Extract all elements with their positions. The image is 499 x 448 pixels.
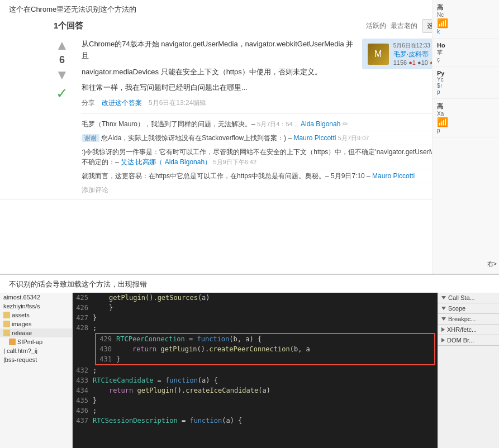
- sidebar-item-2[interactable]: Ho 苹 ç: [433, 39, 499, 66]
- folder-icon-images: [3, 321, 10, 327]
- xhr-section[interactable]: XHR/fetc...: [438, 325, 499, 335]
- gold-badge: ●1: [408, 59, 416, 66]
- call-stack-header[interactable]: Call Sta...: [441, 294, 496, 301]
- file-tree-item-2[interactable]: kezhiyin/fss/s: [0, 302, 72, 311]
- comment-2: 谢谢 您Aida，实际上我很惊讶地没有在Stackoverflow上找到答案：)…: [82, 131, 490, 145]
- line-num-434: 434: [73, 385, 93, 395]
- file-tree-assets[interactable]: assets: [0, 311, 72, 320]
- line-content-435: }: [93, 395, 438, 406]
- line-content-434: return getPlugin().createIceCandidate(a): [93, 385, 438, 395]
- xhr-label: XHR/fetc...: [447, 326, 477, 333]
- line-content-426: }: [93, 303, 438, 313]
- line-content-428: ;: [93, 323, 438, 333]
- comment-user-1[interactable]: Aida Bigonah: [301, 120, 340, 128]
- file-tree-release[interactable]: release: [0, 328, 72, 337]
- code-line-429: 429 RTCPeerConnection = function(b, a) {: [96, 334, 434, 344]
- user-avatar: M: [368, 44, 389, 65]
- line-content-433: RTCIceCandidate = function(a) {: [93, 375, 438, 385]
- sidebar-item-3[interactable]: Py Yc $↑ p: [433, 66, 499, 99]
- answers-count: 1个回答: [54, 21, 83, 31]
- line-content-431: }: [116, 354, 434, 364]
- line-num-425: 425: [73, 293, 93, 303]
- code-editor[interactable]: 425 getPlugin().getSources(a) 426 } 427 …: [73, 293, 438, 448]
- line-content-436: ;: [93, 406, 438, 416]
- silver-badge: ●10: [417, 59, 428, 66]
- wifi-icon-1: 📶: [437, 18, 495, 28]
- file-tree-item-1[interactable]: aimost.65342: [0, 293, 72, 302]
- breakpoints-triangle: [441, 317, 446, 321]
- comment-user-4[interactable]: Mauro Piccotti: [372, 172, 415, 180]
- comment-user-3[interactable]: 艾达·比高娜（ Aida Bigonah）: [121, 158, 211, 166]
- file-tree-bss[interactable]: |bss-request: [0, 355, 72, 364]
- comment-text-4: 就我而言，这更容易：在https中它总是可以工作，在https中我总是有问题。奥…: [82, 172, 372, 180]
- comment-text-1: 毛罗（Thnx Mauro），我遇到了同样的问题，无法解决。–: [82, 120, 257, 128]
- file-name-call: | call.htm?_ij: [3, 347, 37, 354]
- dom-header[interactable]: DOM Br...: [441, 337, 496, 344]
- file-tree-sipml[interactable]: SIPml-ap: [0, 337, 72, 346]
- line-num-427: 427: [73, 313, 93, 323]
- sidebar-label-1: 高: [437, 3, 495, 12]
- share-link[interactable]: 分享: [82, 98, 95, 108]
- comment-date-3: 5月9日下午6:42: [213, 159, 256, 165]
- folder-name-release: release: [12, 330, 32, 336]
- answers-header: 1个回答 活跃的 最古老的 选票: [9, 19, 490, 33]
- vote-count: 6: [59, 54, 65, 66]
- header-text: 这个在Chrome里还无法识别这个方法的: [9, 4, 490, 15]
- line-num-433: 433: [73, 375, 93, 385]
- file-name-2: kezhiyin/fss/s: [3, 303, 40, 309]
- line-num-431: 431: [96, 354, 116, 364]
- comment-text-2: 您Aida，实际上我很惊讶地没有在Stackoverflow上找到答案：) –: [101, 134, 293, 142]
- code-line-435: 435 }: [73, 395, 438, 406]
- sidebar-label-3: Py: [437, 70, 495, 77]
- sort-oldest-label[interactable]: 最古老的: [391, 21, 417, 31]
- code-line-437: 437 RTCSessionDescription = function(a) …: [73, 416, 438, 426]
- call-stack-triangle: [441, 296, 446, 299]
- xhr-triangle: [441, 327, 445, 332]
- vote-down-button[interactable]: ▼: [55, 68, 69, 82]
- breakpoints-label: Breakpc...: [448, 316, 476, 322]
- wifi-icon-2: 📶: [437, 117, 495, 127]
- scope-label: Scope: [448, 305, 465, 312]
- xhr-header[interactable]: XHR/fetc...: [441, 326, 496, 333]
- sort-active-label[interactable]: 活跃的: [366, 21, 386, 31]
- add-comment-link[interactable]: 添加评论: [82, 185, 490, 195]
- sidebar-item-1[interactable]: 高 Nc 📶 k: [433, 0, 499, 39]
- bottom-section: 不识别的话会导致加载这个方法，出现报错 aimost.65342 kezhiyi…: [0, 274, 499, 448]
- line-num-426: 426: [73, 303, 93, 313]
- comment-4: 就我而言，这更容易：在https中它总是可以工作，在https中我总是有问题。奥…: [82, 169, 490, 183]
- line-content-425: getPlugin().getSources(a): [93, 293, 438, 303]
- code-line-436: 436 ;: [73, 406, 438, 416]
- sidebar-item-4[interactable]: 高 Xa 📶 p: [433, 99, 499, 137]
- scope-section[interactable]: Scope: [438, 303, 499, 314]
- code-area: aimost.65342 kezhiyin/fss/s assets image…: [0, 293, 499, 448]
- scope-header[interactable]: Scope: [441, 305, 496, 312]
- answer-container: ▲ 6 ▼ ✓ M 5月6日在12:33 回答 毛罗·皮科蒂（Mauro Pic…: [9, 39, 490, 195]
- breakpoints-section[interactable]: Breakpc...: [438, 314, 499, 325]
- line-num-429: 429: [96, 334, 116, 344]
- code-lines: 425 getPlugin().getSources(a) 426 } 427 …: [73, 293, 438, 448]
- comment-user-2[interactable]: Mauro Piccotti: [293, 134, 336, 142]
- dom-section[interactable]: DOM Br...: [438, 335, 499, 346]
- code-line-428: 428 ;: [73, 323, 438, 333]
- code-line-432: 432 ;: [73, 365, 438, 375]
- code-line-433: 433 RTCIceCandidate = function(a) {: [73, 375, 438, 385]
- top-section: 这个在Chrome里还无法识别这个方法的 1个回答 活跃的 最古老的 选票 ▲ …: [0, 0, 499, 200]
- code-line-425: 425 getPlugin().getSources(a): [73, 293, 438, 303]
- folder-icon-assets: [3, 312, 10, 318]
- line-num-430: 430: [96, 344, 116, 354]
- comment-date-2: 5月7日9:07: [338, 135, 369, 141]
- thanks-tag[interactable]: 谢谢: [82, 134, 99, 142]
- improve-link[interactable]: 改进这个答案: [102, 98, 142, 108]
- file-tree-call[interactable]: | call.htm?_ij: [0, 346, 72, 355]
- call-stack-section[interactable]: Call Sta...: [438, 293, 499, 303]
- answer-actions-row: 分享 改进这个答案 5月6日在13:24编辑: [82, 98, 490, 108]
- right-sidebar: 高 Nc 📶 k Ho 苹 ç Py Yc $↑ p 高 Xa 📶 p 右>: [432, 0, 499, 274]
- code-line-427: 427 }: [73, 313, 438, 323]
- line-num-435: 435: [73, 395, 93, 406]
- breakpoints-header[interactable]: Breakpc...: [441, 316, 496, 322]
- file-tree-images[interactable]: images: [0, 320, 72, 328]
- vote-up-button[interactable]: ▲: [55, 39, 69, 52]
- code-line-434: 434 return getPlugin().createIceCandidat…: [73, 385, 438, 395]
- vote-column: ▲ 6 ▼ ✓: [54, 39, 76, 195]
- comments-section: 毛罗（Thnx Mauro），我遇到了同样的问题，无法解决。– 5月7日4：54…: [82, 113, 490, 195]
